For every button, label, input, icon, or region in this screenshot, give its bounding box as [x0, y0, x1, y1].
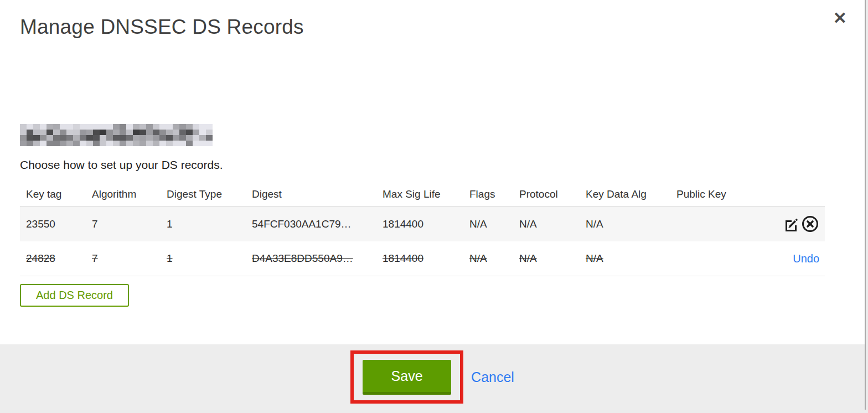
col-header-key-tag: Key tag: [26, 188, 92, 200]
instruction-text: Choose how to set up your DS records.: [20, 158, 223, 172]
cell-digest-type: 1: [167, 218, 252, 230]
close-icon[interactable]: ✕: [833, 10, 847, 27]
page-title: Manage DNSSEC DS Records: [20, 16, 304, 39]
undo-link[interactable]: Undo: [793, 252, 819, 265]
cell-algorithm: 7: [92, 218, 167, 230]
save-button[interactable]: Save: [363, 360, 451, 395]
cell-digest-type: 1: [167, 252, 252, 265]
cell-max-sig-life: 1814400: [383, 252, 469, 265]
cancel-link[interactable]: Cancel: [471, 369, 514, 385]
redacted-domain: [20, 124, 213, 146]
row-actions: Undo: [769, 252, 825, 265]
cell-max-sig-life: 1814400: [383, 218, 469, 230]
add-ds-record-button[interactable]: Add DS Record: [20, 284, 129, 307]
col-header-flags: Flags: [469, 188, 519, 200]
col-header-protocol: Protocol: [519, 188, 586, 200]
delete-record-icon[interactable]: [801, 215, 819, 233]
ds-records-table: Key tag Algorithm Digest Type Digest Max…: [20, 183, 825, 276]
col-header-public-key: Public Key: [676, 188, 769, 200]
red-highlight-annotation: Save: [350, 350, 463, 404]
manage-dnssec-dialog: Manage DNSSEC DS Records ✕ Choose how to…: [0, 0, 866, 410]
col-header-digest: Digest: [252, 188, 383, 200]
dialog-footer: Save Cancel: [0, 344, 865, 410]
cell-flags: N/A: [469, 218, 519, 230]
table-row: 23550 7 1 54FCF030AA1C79… 1814400 N/A N/…: [20, 206, 825, 241]
col-header-key-data-alg: Key Data Alg: [586, 188, 676, 200]
cell-key-data-alg: N/A: [586, 218, 676, 230]
cell-algorithm: 7: [92, 252, 167, 265]
cell-key-tag: 23550: [26, 218, 92, 230]
col-header-digest-type: Digest Type: [167, 188, 252, 200]
cell-key-tag: 24828: [26, 252, 92, 265]
edit-record-icon[interactable]: [783, 215, 800, 233]
col-header-algorithm: Algorithm: [92, 188, 167, 200]
cell-protocol: N/A: [519, 218, 586, 230]
cell-protocol: N/A: [519, 252, 586, 265]
table-header-row: Key tag Algorithm Digest Type Digest Max…: [20, 183, 825, 206]
table-row-deleted: 24828 7 1 D4A33E8DD550A9… 1814400 N/A N/…: [20, 241, 825, 276]
cell-flags: N/A: [469, 252, 519, 265]
cell-digest: 54FCF030AA1C79…: [252, 218, 383, 230]
cell-digest: D4A33E8DD550A9…: [252, 252, 383, 265]
col-header-max-sig-life: Max Sig Life: [383, 188, 469, 200]
row-actions: [769, 215, 825, 233]
cell-key-data-alg: N/A: [586, 252, 676, 265]
